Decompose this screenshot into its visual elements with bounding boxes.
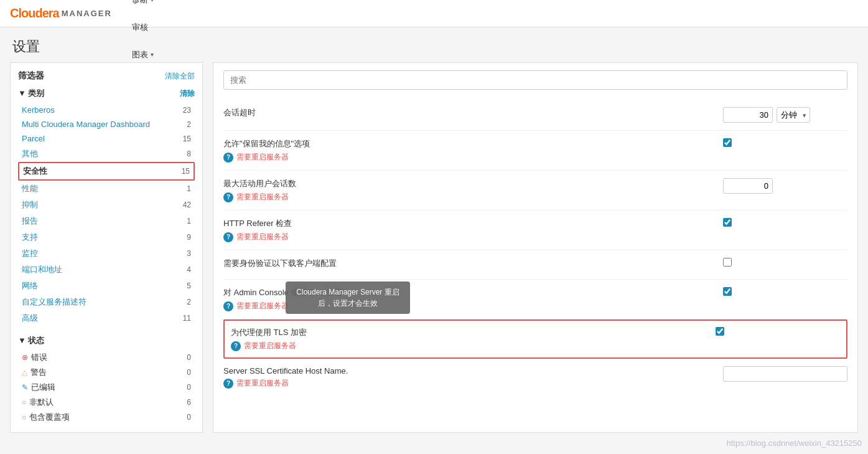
sidebar-category-monitor[interactable]: 监控3: [18, 245, 195, 262]
default-icon: ○: [22, 413, 26, 422]
sidebar-category-support[interactable]: 支持9: [18, 229, 195, 245]
sidebar-category-report[interactable]: 报告1: [18, 213, 195, 229]
sidebar-category-label: Kerberos: [22, 105, 55, 115]
sidebar-category-network[interactable]: 网络5: [18, 278, 195, 294]
setting-hint-text: 需要重启服务器: [236, 378, 289, 389]
info-icon: ?: [231, 341, 241, 351]
setting-row-session-timeout: 会话超时分钟: [223, 100, 847, 131]
sidebar-category-port-address[interactable]: 端口和地址4: [18, 262, 195, 278]
search-input[interactable]: [223, 70, 847, 90]
status-count: 0: [187, 413, 191, 422]
brand-logo: Cloudera MANAGER: [10, 6, 112, 21]
sidebar-category-label: Multi Cloudera Manager Dashboard: [22, 120, 150, 129]
setting-checkbox-tls-proxy[interactable]: [716, 327, 724, 336]
sidebar-category-performance[interactable]: 性能1: [18, 181, 195, 197]
sidebar-category-count: 2: [187, 120, 191, 129]
setting-checkbox-allow-remember-me[interactable]: [723, 138, 732, 147]
sidebar-category-count: 1: [187, 184, 191, 193]
sidebar: 筛选器 清除全部 ▼ 类别 清除 Kerberos23Multi Clouder…: [10, 62, 203, 433]
watermark: https://blog.csdnnet/weixin_43215250: [726, 438, 862, 443]
status-count: 0: [187, 383, 191, 392]
setting-input-session-timeout[interactable]: [723, 107, 773, 123]
sidebar-category-label: 自定义服务描述符: [22, 296, 86, 308]
info-icon: ?: [223, 153, 233, 163]
setting-name-max-active-sessions: 最大活动用户会话数: [223, 178, 711, 189]
sidebar-category-parcel[interactable]: Parcel15: [18, 131, 195, 146]
sidebar-category-count: 15: [182, 167, 190, 176]
nav-item-audit[interactable]: 审核: [124, 14, 164, 41]
sidebar-category-custom-service[interactable]: 自定义服务描述符2: [18, 294, 195, 310]
sidebar-category-other[interactable]: 其他8: [18, 146, 195, 162]
edited-icon: ✎: [22, 383, 28, 392]
sidebar-status-non-default[interactable]: ○非默认6: [18, 395, 195, 410]
setting-checkbox-auth-download-client[interactable]: [723, 258, 732, 267]
sidebar-category-label: 抑制: [22, 199, 38, 210]
setting-name-allow-remember-me: 允许"保留我的信息"选项: [223, 138, 711, 149]
setting-row-auth-download-client: Cloudera Manager Server 重启 后，设置才会生效需要身份验…: [223, 250, 847, 280]
status-label-text: 非默认: [29, 397, 54, 408]
chevron-down-icon: ▾: [151, 0, 154, 3]
sidebar-status-toggle[interactable]: ▼ 状态: [18, 335, 44, 346]
sidebar-category-clear[interactable]: 清除: [180, 88, 195, 99]
sidebar-category-label: 监控: [22, 248, 38, 259]
setting-input-max-active-sessions[interactable]: [723, 178, 773, 194]
brand-cloudera: Cloudera: [10, 6, 59, 21]
sidebar-category-security[interactable]: 安全性15: [18, 162, 195, 181]
setting-name-http-referer: HTTP Referer 检查: [223, 218, 711, 229]
setting-checkbox-http-referer[interactable]: [723, 218, 732, 227]
sidebar-category-label: 安全性: [23, 166, 47, 177]
nav-item-diagnose[interactable]: 诊断▾: [124, 0, 164, 14]
setting-input-ssl-cert-hostname[interactable]: [723, 366, 847, 382]
sidebar-category-count: 3: [187, 249, 191, 258]
setting-row-tls-proxy: 为代理使用 TLS 加密?需要重启服务器: [223, 319, 847, 359]
info-icon: ?: [223, 192, 233, 202]
sidebar-clear-all-button[interactable]: 清除全部: [165, 71, 195, 82]
sidebar-category-toggle[interactable]: ▼ 类别: [18, 88, 44, 99]
sidebar-category-label: 支持: [22, 232, 38, 243]
setting-hint-text: 需要重启服务器: [244, 341, 296, 351]
info-icon: ?: [223, 232, 233, 242]
sidebar-category-count: 8: [187, 149, 191, 158]
status-count: 0: [187, 353, 191, 362]
sidebar-status-overriding[interactable]: ○包含覆盖项0: [18, 410, 195, 425]
setting-name-ssl-cert-hostname: Server SSL Certificate Host Name.: [223, 366, 711, 376]
sidebar-category-count: 11: [183, 314, 191, 323]
sidebar-category-header: ▼ 类别 清除: [18, 88, 195, 99]
setting-hint-text: 需要重启服务器: [236, 152, 289, 163]
sidebar-header: 筛选器 清除全部: [18, 70, 195, 82]
setting-name-tls-proxy: 为代理使用 TLS 加密: [231, 327, 703, 338]
sidebar-status-edited[interactable]: ✎已编辑0: [18, 380, 195, 395]
sidebar-category-count: 5: [187, 281, 191, 290]
setting-name-session-timeout: 会话超时: [223, 107, 711, 118]
sidebar-category-kerberos[interactable]: Kerberos23: [18, 103, 195, 117]
sidebar-category-count: 9: [187, 233, 191, 242]
warning-icon: △: [22, 368, 27, 377]
setting-name-auth-download-client: 需要身份验证以下载客户端配置: [223, 258, 711, 269]
setting-row-http-referer: HTTP Referer 检查?需要重启服务器: [223, 210, 847, 250]
setting-row-tls-admin-console: 对 Admin Console 使用 TLS 加密?需要重启服务器: [223, 280, 847, 319]
sidebar-filter-title: 筛选器: [18, 70, 44, 82]
setting-unit-select-session-timeout[interactable]: 分钟: [777, 107, 810, 123]
setting-name-tls-admin-console: 对 Admin Console 使用 TLS 加密: [223, 287, 711, 298]
setting-row-max-active-sessions: 最大活动用户会话数?需要重启服务器: [223, 171, 847, 210]
sidebar-category-suppress[interactable]: 抑制42: [18, 197, 195, 213]
status-label-text: 错误: [31, 352, 47, 363]
main-content: 会话超时分钟允许"保留我的信息"选项?需要重启服务器最大活动用户会话数?需要重启…: [213, 62, 858, 433]
sidebar-category-count: 23: [183, 106, 191, 115]
sidebar-status-warning[interactable]: △警告0: [18, 365, 195, 380]
sidebar-category-advanced[interactable]: 高级11: [18, 310, 195, 326]
sidebar-status-error[interactable]: ⊗错误0: [18, 350, 195, 365]
sidebar-category-count: 1: [187, 217, 191, 225]
sidebar-category-multi-cloudera[interactable]: Multi Cloudera Manager Dashboard2: [18, 117, 195, 131]
page-body: 筛选器 清除全部 ▼ 类别 清除 Kerberos23Multi Clouder…: [0, 62, 868, 443]
status-label-text: 警告: [30, 367, 47, 378]
sidebar-category-label: 网络: [22, 280, 38, 291]
sidebar-category-label: 端口和地址: [22, 264, 62, 275]
sidebar-category-count: 42: [183, 201, 191, 209]
sidebar-category-label: 性能: [22, 183, 38, 194]
status-count: 6: [187, 398, 191, 407]
setting-checkbox-tls-admin-console[interactable]: [723, 287, 732, 296]
sidebar-categories: Kerberos23Multi Cloudera Manager Dashboa…: [18, 103, 195, 326]
setting-row-allow-remember-me: 允许"保留我的信息"选项?需要重启服务器: [223, 131, 847, 171]
sidebar-category-label: 报告: [22, 215, 38, 227]
